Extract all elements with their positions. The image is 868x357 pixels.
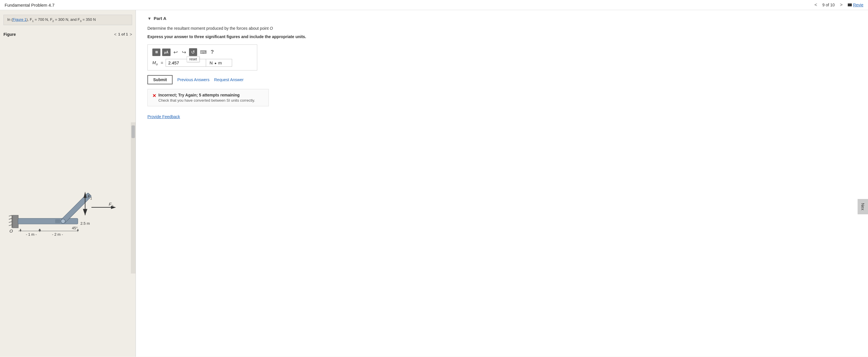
review-icon: [848, 3, 852, 6]
error-icon: ✕: [152, 93, 156, 98]
matrix-icon: ⊞: [155, 50, 158, 54]
figure-next-button[interactable]: >: [130, 32, 132, 37]
feedback-box: ✕ Incorrect; Try Again; 5 attempts remai…: [147, 89, 269, 106]
dim-2m: - 2 m -: [52, 232, 63, 236]
part-header: ▼ Part A: [147, 16, 857, 21]
svg-rect-1: [131, 122, 135, 273]
provide-feedback-link[interactable]: Provide Feedback: [147, 115, 180, 119]
top-bar-right: < 9 of 10 > Revie: [813, 2, 863, 8]
submit-button[interactable]: Submit: [147, 75, 173, 84]
page-title: Fundamental Problem 4.7: [5, 3, 55, 7]
figure-nav: < 1 of 1 >: [114, 32, 132, 37]
reset-tooltip: reset: [187, 56, 200, 62]
prev-page-button[interactable]: <: [813, 2, 819, 8]
length-label: 2.5 m: [80, 221, 90, 226]
answer-equals: =: [160, 60, 164, 65]
problem-description: Determine the resultant moment produced …: [147, 25, 857, 31]
help-button[interactable]: ?: [210, 48, 215, 56]
main-layout: In (Figure 1), F1 = 700 N, F2 = 300 N, a…: [0, 10, 868, 357]
feedback-error: ✕ Incorrect; Try Again; 5 attempts remai…: [152, 93, 264, 102]
previous-answers-button[interactable]: Previous Answers: [177, 77, 209, 82]
undo-button[interactable]: ↩: [172, 48, 179, 56]
figure-link[interactable]: Figure 1: [13, 17, 27, 22]
reset-area: ↺ reset: [189, 48, 197, 56]
dim-1m: - 1 m -: [26, 232, 37, 236]
units-dot: [215, 63, 216, 64]
mu-button[interactable]: μÅ: [162, 48, 170, 56]
answer-units: N m: [206, 59, 232, 67]
answer-input[interactable]: [166, 59, 206, 67]
top-bar: Fundamental Problem 4.7 < 9 of 10 > Revi…: [0, 0, 868, 10]
left-panel: In (Figure 1), F1 = 700 N, F2 = 300 N, a…: [0, 10, 136, 357]
review-link[interactable]: Revie: [848, 3, 863, 7]
action-row: Submit Previous Answers Request Answer: [147, 75, 857, 84]
answer-label: Mo: [152, 60, 158, 66]
figure-svg: O - 1 m - - 2: [0, 39, 135, 357]
collapse-button[interactable]: ▼: [147, 16, 151, 21]
figure-prev-button[interactable]: <: [114, 32, 117, 37]
next-button[interactable]: Nex: [858, 199, 868, 214]
mu-icon: μÅ: [164, 51, 168, 54]
problem-instruction: Express your answer to three significant…: [147, 34, 857, 40]
figure-area: O - 1 m - - 2: [0, 39, 135, 357]
reset-button[interactable]: ↺: [189, 48, 197, 56]
part-label: Part A: [154, 16, 166, 21]
figure-label: Figure: [3, 32, 16, 37]
next-page-button[interactable]: >: [838, 2, 844, 8]
matrix-button[interactable]: ⊞: [152, 48, 160, 56]
redo-button[interactable]: ↪: [181, 48, 187, 56]
figure-page-counter: 1 of 1: [118, 32, 128, 36]
svg-rect-2: [131, 125, 135, 138]
request-answer-button[interactable]: Request Answer: [214, 77, 244, 82]
svg-rect-9: [18, 218, 78, 224]
page-counter: 9 of 10: [822, 3, 835, 7]
error-title: Incorrect; Try Again; 5 attempts remaini…: [158, 93, 255, 97]
reset-icon: ↺: [191, 50, 195, 55]
svg-point-11: [61, 219, 65, 223]
angle-label: 45°: [72, 226, 78, 230]
svg-rect-0: [0, 122, 135, 273]
error-detail: Check that you have converted between SI…: [158, 98, 255, 102]
error-content: Incorrect; Try Again; 5 attempts remaini…: [158, 93, 255, 102]
svg-rect-12: [55, 219, 60, 223]
toolbar: ⊞ μÅ ↩ ↪ ↺ reset ⌨ ?: [152, 48, 252, 56]
figure-header: Figure < 1 of 1 >: [0, 30, 135, 39]
answer-box: ⊞ μÅ ↩ ↪ ↺ reset ⌨ ?: [147, 44, 257, 70]
keyboard-button[interactable]: ⌨: [199, 49, 208, 56]
answer-row: Mo = N m: [152, 59, 252, 67]
right-panel: ▼ Part A Determine the resultant moment …: [136, 10, 868, 357]
svg-rect-3: [13, 215, 19, 228]
o-label: O: [9, 228, 13, 233]
figure-info-box: In (Figure 1), F1 = 700 N, F2 = 300 N, a…: [3, 15, 132, 25]
